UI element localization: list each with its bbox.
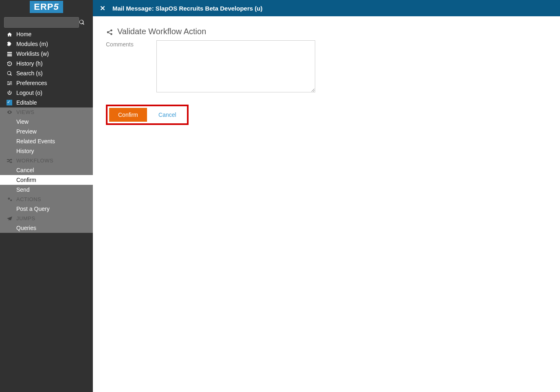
nav-label: History (h): [14, 60, 43, 67]
nav-label: Logout (o): [14, 90, 42, 96]
list-icon: [5, 51, 14, 57]
sliders-icon: [5, 81, 14, 86]
history-icon: [5, 61, 14, 66]
nav-search[interactable]: Search (s): [0, 68, 93, 78]
views-header: VIEWS: [0, 107, 93, 117]
eye-icon: [5, 109, 14, 115]
nav-label: Worklists (w): [14, 50, 49, 57]
home-icon: [5, 32, 14, 37]
nav-editable[interactable]: Editable: [0, 98, 93, 107]
checkbox-icon[interactable]: [5, 100, 14, 105]
close-icon[interactable]: [100, 6, 105, 11]
power-icon: [5, 90, 14, 96]
views-section: VIEWS View Preview Related Events Histor…: [0, 107, 93, 136]
main: Mail Message: SlapOS Recruits Beta Devel…: [93, 0, 560, 136]
topbar-title: Mail Message: SlapOS Recruits Beta Devel…: [112, 5, 262, 12]
action-buttons: Confirm Cancel: [106, 105, 189, 125]
content: Validate Workflow Action Comments Confir…: [93, 16, 560, 136]
nav-worklists[interactable]: Worklists (w): [0, 49, 93, 59]
views-view[interactable]: View: [0, 117, 93, 127]
nav-label: Home: [14, 31, 31, 37]
cancel-button[interactable]: Cancel: [149, 108, 185, 122]
confirm-button[interactable]: Confirm: [109, 108, 147, 122]
search-icon[interactable]: [79, 20, 89, 25]
comments-row: Comments: [106, 40, 547, 92]
comments-label: Comments: [106, 40, 151, 48]
nav-preferences[interactable]: Preferences: [0, 78, 93, 88]
nav-label: Preferences: [14, 80, 47, 86]
search-input[interactable]: [4, 17, 79, 28]
search-icon: [5, 71, 14, 76]
share-icon: [106, 28, 113, 35]
views-preview[interactable]: Preview: [0, 127, 93, 136]
main-nav: Home Modules (m) Worklists (w) History (…: [0, 29, 93, 107]
comments-textarea[interactable]: [156, 40, 315, 92]
topbar: Mail Message: SlapOS Recruits Beta Devel…: [93, 0, 560, 16]
page-title: Validate Workflow Action: [106, 27, 547, 36]
nav-logout[interactable]: Logout (o): [0, 88, 93, 98]
nav-home[interactable]: Home: [0, 29, 93, 39]
nav-modules[interactable]: Modules (m): [0, 39, 93, 49]
nav-label: Editable: [14, 99, 37, 106]
sidebar: ERP5 Home Modules (m) Worklists (w) Hist…: [0, 0, 93, 136]
nav-history[interactable]: History (h): [0, 59, 93, 68]
puzzle-icon: [5, 42, 14, 47]
nav-label: Modules (m): [14, 41, 48, 47]
logo[interactable]: ERP5: [0, 0, 93, 15]
nav-label: Search (s): [14, 70, 43, 77]
